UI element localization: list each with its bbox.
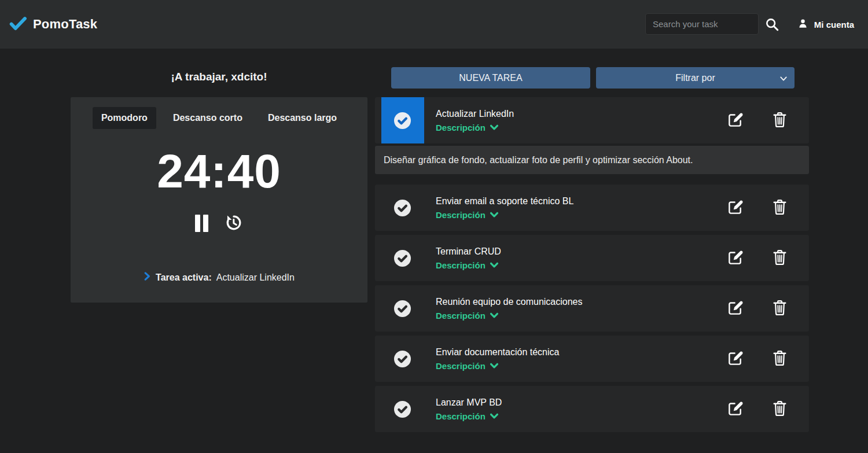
complete-task-button[interactable]	[393, 111, 412, 130]
task-description-toggle-label: Descripción	[436, 260, 486, 270]
edit-task-button[interactable]	[727, 112, 744, 129]
search-input[interactable]	[645, 13, 759, 35]
chevron-down-icon	[490, 411, 498, 421]
task-description-toggle[interactable]: Descripción	[436, 210, 573, 220]
task-title: Actualizar LinkedIn	[436, 109, 514, 119]
chevron-down-icon	[490, 311, 498, 321]
task-row: Enviar documentación técnica Descripción	[375, 336, 809, 382]
complete-task-button[interactable]	[393, 198, 412, 217]
task-item: Terminar CRUD Descripción	[375, 235, 809, 281]
task-description-toggle-label: Descripción	[436, 123, 486, 132]
task-actions	[727, 350, 809, 367]
chevron-down-icon	[780, 74, 787, 84]
filter-dropdown[interactable]: Filtrar por	[596, 67, 795, 89]
edit-pencil-icon	[727, 299, 744, 318]
edit-task-button[interactable]	[727, 249, 744, 267]
task-description-toggle-label: Descripción	[436, 411, 486, 421]
active-task-label: Tarea activa:	[156, 272, 212, 283]
delete-task-button[interactable]	[771, 199, 788, 216]
task-status-area	[375, 336, 431, 382]
active-task-line: Tarea activa: Actualizar LinkedIn	[71, 272, 367, 283]
filter-dropdown-label: Filtrar por	[675, 73, 715, 83]
trash-icon	[772, 249, 788, 268]
task-status-area	[375, 235, 431, 281]
task-actions	[727, 300, 809, 317]
complete-task-button[interactable]	[393, 299, 412, 318]
task-title: Lanzar MVP BD	[436, 397, 502, 408]
check-circle-icon	[393, 249, 412, 267]
edit-pencil-icon	[727, 249, 744, 268]
delete-task-button[interactable]	[771, 112, 788, 129]
task-main: Actualizar LinkedIn Descripción	[436, 109, 514, 132]
check-circle-icon	[393, 300, 412, 318]
complete-task-button[interactable]	[393, 249, 412, 267]
edit-task-button[interactable]	[727, 300, 744, 317]
reset-history-icon	[224, 213, 244, 234]
task-actions	[727, 199, 809, 216]
task-main: Enviar documentación técnica Descripción	[436, 347, 559, 371]
search-button[interactable]	[763, 16, 781, 34]
check-circle-icon	[393, 350, 412, 368]
task-status-area	[375, 185, 431, 231]
trash-icon	[772, 400, 788, 419]
task-description-toggle[interactable]: Descripción	[436, 123, 514, 132]
task-title: Terminar CRUD	[436, 246, 501, 257]
brand-logo[interactable]: PomoTask	[9, 0, 97, 49]
tab-pomodoro[interactable]: Pomodoro	[93, 107, 156, 129]
pause-icon	[195, 215, 208, 232]
tab-long-break[interactable]: Descanso largo	[259, 107, 345, 129]
task-description-toggle[interactable]: Descripción	[436, 260, 501, 270]
task-title: Enviar email a soporte técnico BL	[436, 196, 573, 207]
chevron-down-icon	[490, 260, 498, 270]
search-icon	[764, 25, 779, 34]
edit-task-button[interactable]	[727, 199, 744, 216]
task-row: Reunión equipo de comunicaciones Descrip…	[375, 285, 809, 332]
trash-icon	[772, 349, 788, 369]
task-main: Terminar CRUD Descripción	[436, 246, 501, 270]
chevron-down-icon	[490, 210, 498, 220]
task-actions	[727, 400, 809, 418]
complete-task-button[interactable]	[393, 400, 412, 418]
timer-controls	[71, 213, 367, 233]
complete-task-button[interactable]	[393, 349, 412, 368]
check-circle-icon	[393, 400, 412, 418]
task-row: Enviar email a soporte técnico BL Descri…	[375, 185, 809, 231]
check-circle-icon	[393, 199, 412, 217]
task-description-toggle[interactable]: Descripción	[436, 361, 559, 371]
new-task-button[interactable]: NUEVA TAREA	[391, 67, 590, 89]
timer-mode-tabs: Pomodoro Descanso corto Descanso largo	[71, 97, 367, 129]
edit-pencil-icon	[727, 400, 744, 419]
top-header: PomoTask Mi cuenta	[0, 0, 868, 49]
task-list: Actualizar LinkedIn Descripción	[375, 97, 809, 436]
task-item: Enviar email a soporte técnico BL Descri…	[375, 185, 809, 231]
reset-button[interactable]	[224, 213, 244, 234]
pause-button[interactable]	[195, 215, 208, 232]
delete-task-button[interactable]	[771, 249, 788, 267]
delete-task-button[interactable]	[771, 400, 788, 418]
trash-icon	[772, 299, 788, 318]
trash-icon	[772, 198, 788, 218]
app-window: PomoTask Mi cuenta ¡A trabajar, xdcito! …	[0, 0, 868, 453]
task-row: Actualizar LinkedIn Descripción	[375, 97, 809, 143]
delete-task-button[interactable]	[771, 350, 788, 367]
task-item: Actualizar LinkedIn Descripción	[375, 97, 809, 174]
task-description-toggle-label: Descripción	[436, 210, 486, 220]
task-description-toggle[interactable]: Descripción	[436, 411, 502, 421]
task-actions	[727, 249, 809, 267]
tab-short-break[interactable]: Descanso corto	[164, 107, 251, 129]
task-row: Lanzar MVP BD Descripción	[375, 386, 809, 432]
edit-task-button[interactable]	[727, 350, 744, 367]
timer-panel: Pomodoro Descanso corto Descanso largo 2…	[71, 97, 367, 303]
task-description-toggle[interactable]: Descripción	[436, 311, 583, 321]
user-icon	[797, 18, 808, 31]
task-main: Reunión equipo de comunicaciones Descrip…	[436, 297, 583, 321]
timer-display: 24:40	[71, 148, 367, 195]
account-menu[interactable]: Mi cuenta	[797, 0, 854, 49]
delete-task-button[interactable]	[771, 300, 788, 317]
edit-pencil-icon	[727, 198, 744, 218]
edit-task-button[interactable]	[727, 400, 744, 418]
chevron-down-icon	[490, 123, 498, 132]
task-title: Enviar documentación técnica	[436, 347, 559, 358]
task-status-area	[375, 97, 431, 143]
task-description-toggle-label: Descripción	[436, 311, 486, 321]
